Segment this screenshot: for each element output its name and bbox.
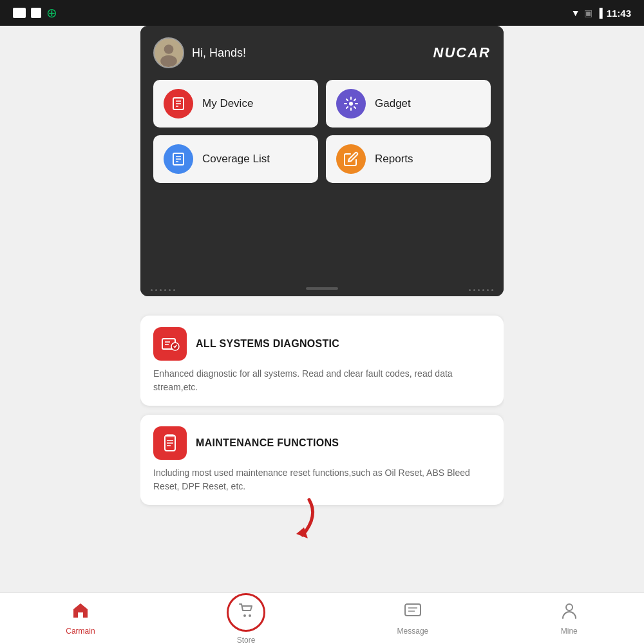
signal-icon: ▣	[584, 8, 592, 18]
nav-message[interactable]: Message	[384, 596, 442, 641]
svg-rect-17	[166, 434, 174, 437]
svg-point-2	[160, 55, 177, 67]
greeting-text: Hi, Hands!	[192, 46, 246, 60]
edit-icon	[343, 151, 359, 167]
message-label: Message	[397, 627, 429, 636]
carmain-label: Carmain	[66, 627, 95, 636]
diagnostic-icon	[160, 334, 180, 354]
device-screen: Hi, Hands! NUCAR My Device	[140, 26, 504, 296]
my-device-label: My Device	[202, 97, 253, 110]
home-indicator	[306, 287, 338, 290]
store-icon	[238, 602, 254, 623]
svg-point-1	[164, 44, 174, 54]
carmain-icon	[71, 601, 90, 624]
all-systems-description: Enhanced diagnostic for all systems. Rea…	[153, 367, 491, 394]
svg-point-23	[249, 614, 251, 617]
svg-point-27	[566, 604, 573, 611]
gadget-label: Gadget	[375, 97, 411, 110]
maintenance-card-header: MAINTENANCE FUNCTIONS	[153, 426, 491, 460]
gadget-icon-bg	[336, 89, 366, 118]
all-systems-title: ALL SYSTEMS DIAGNOSTIC	[196, 338, 339, 350]
store-label: Store	[237, 636, 256, 645]
mine-icon	[560, 601, 578, 624]
deco-dots-left	[151, 289, 175, 291]
arrow-indicator	[270, 490, 328, 551]
status-icon-2	[31, 8, 41, 18]
message-icon	[404, 601, 422, 624]
svg-point-7	[349, 102, 353, 106]
bottom-nav: Carmain Store Message	[0, 592, 644, 644]
avatar	[153, 37, 184, 68]
status-bar: ⊕ ▼ ▣ ▐ 11:43	[0, 0, 644, 26]
gadget-button[interactable]: Gadget	[326, 80, 491, 128]
arrow-svg	[270, 490, 328, 548]
wechat-icon: ⊕	[46, 5, 57, 21]
brand-logo: NUCAR	[433, 44, 491, 61]
store-circle	[227, 593, 265, 632]
coverage-list-icon-bg	[164, 144, 193, 174]
maintenance-icon	[153, 426, 187, 460]
my-device-icon-bg	[164, 89, 193, 118]
maintenance-title: MAINTENANCE FUNCTIONS	[196, 437, 339, 449]
nav-carmain[interactable]: Carmain	[53, 596, 108, 641]
reports-button[interactable]: Reports	[326, 135, 491, 183]
battery-icon: ▐	[596, 8, 603, 18]
status-icon-1	[13, 8, 26, 18]
reports-label: Reports	[375, 153, 413, 166]
coverage-list-button[interactable]: Coverage List	[153, 135, 318, 183]
device-icon	[171, 96, 186, 111]
coverage-list-label: Coverage List	[202, 153, 270, 166]
maintenance-icon-svg	[160, 433, 180, 453]
device-header: Hi, Hands! NUCAR	[153, 37, 491, 68]
nav-mine[interactable]: Mine	[547, 596, 591, 641]
deco-dots-right	[469, 289, 493, 291]
status-icons-right: ▼ ▣ ▐ 11:43	[571, 8, 631, 19]
list-icon	[171, 151, 186, 167]
mine-label: Mine	[561, 627, 578, 636]
gadget-icon	[343, 96, 359, 111]
svg-rect-24	[405, 604, 421, 616]
status-icons-left: ⊕	[13, 5, 57, 21]
svg-point-22	[243, 614, 246, 617]
all-systems-card[interactable]: ALL SYSTEMS DIAGNOSTIC Enhanced diagnost…	[140, 316, 504, 406]
reports-icon-bg	[336, 144, 366, 174]
all-systems-icon	[153, 327, 187, 361]
grid-buttons: My Device Gadget	[153, 80, 491, 183]
nav-store[interactable]: Store	[214, 588, 278, 645]
time-display: 11:43	[607, 8, 631, 19]
maintenance-description: Including most used maintenance reset fu…	[153, 466, 491, 493]
my-device-button[interactable]: My Device	[153, 80, 318, 128]
device-frame: Hi, Hands! NUCAR My Device	[140, 26, 504, 296]
all-systems-card-header: ALL SYSTEMS DIAGNOSTIC	[153, 327, 491, 361]
wifi-icon: ▼	[571, 8, 580, 18]
